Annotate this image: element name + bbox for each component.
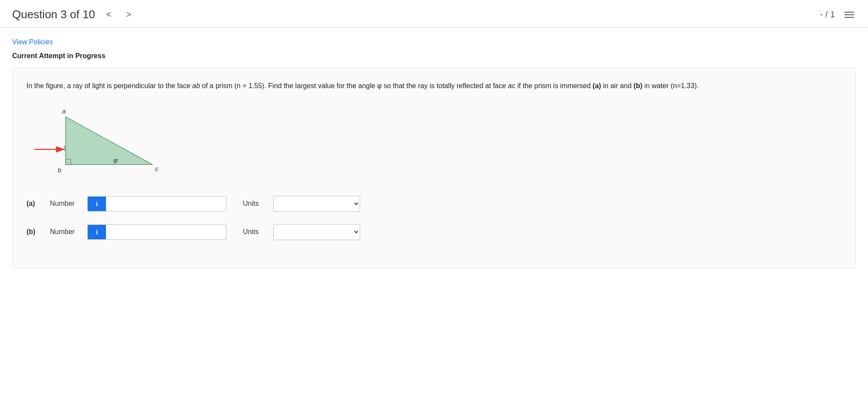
question-card: In the figure, a ray of light is perpend…: [12, 68, 856, 268]
question-text-in-water: in water (n=1.33).: [643, 82, 699, 89]
question-text-bold-b: (b): [633, 82, 642, 89]
current-attempt-label: Current Attempt in Progress: [12, 52, 856, 60]
part-a-number-input[interactable]: [106, 197, 226, 211]
question-text-so-that: so that the ray is totally reflected at …: [382, 82, 508, 89]
label-phi: φ: [113, 156, 118, 164]
header-left: Question 3 of 10 < >: [12, 8, 135, 21]
part-b-number-label: Number: [50, 228, 80, 236]
prism-svg: a b c φ: [27, 104, 183, 182]
menu-button[interactable]: [843, 10, 856, 20]
part-a-info-button[interactable]: i: [88, 197, 106, 211]
question-text: In the figure, a ray of light is perpend…: [27, 80, 841, 92]
label-b: b: [58, 166, 61, 174]
answer-row-b: (b) Number i Units degrees radians: [27, 224, 841, 240]
prism-shape: [66, 117, 152, 165]
question-text-ab: ab: [192, 82, 200, 89]
view-policies-link[interactable]: View Policies: [12, 38, 53, 46]
menu-line-1: [845, 12, 854, 13]
label-c: c: [155, 165, 159, 172]
content-area: View Policies Current Attempt in Progres…: [0, 28, 868, 286]
question-text-of-prism: of a prism (n = 1.55). Find the largest …: [200, 82, 377, 89]
question-text-in-air: in air and: [601, 82, 634, 89]
part-b-info-button[interactable]: i: [88, 225, 106, 239]
question-text-if-immersed: if the prism is immersed: [515, 82, 593, 89]
part-a-label: (a): [27, 200, 42, 208]
answer-row-a: (a) Number i Units degrees radians: [27, 196, 841, 212]
part-b-units-select[interactable]: degrees radians: [273, 224, 360, 240]
question-title: Question 3 of 10: [12, 8, 95, 21]
header: Question 3 of 10 < > - / 1: [0, 0, 868, 28]
part-b-label: (b): [27, 228, 42, 236]
header-right: - / 1: [820, 10, 856, 20]
next-button[interactable]: >: [123, 8, 135, 21]
part-a-input-group: i: [87, 196, 226, 211]
menu-line-3: [845, 17, 854, 18]
prev-button[interactable]: <: [103, 8, 115, 21]
page-indicator: - / 1: [820, 10, 835, 20]
part-a-number-label: Number: [50, 200, 80, 208]
part-a-units-select[interactable]: degrees radians: [273, 196, 360, 212]
part-b-input-group: i: [87, 224, 226, 240]
question-text-phi: φ: [377, 82, 381, 89]
question-text-main: In the figure, a ray of light is perpend…: [27, 82, 192, 89]
part-b-units-label: Units: [243, 228, 265, 236]
label-a: a: [62, 107, 66, 115]
part-b-number-input[interactable]: [106, 225, 226, 239]
prism-figure: a b c φ: [27, 104, 183, 182]
part-a-units-label: Units: [243, 200, 265, 208]
question-text-ac: ac: [508, 82, 515, 89]
menu-line-2: [845, 14, 854, 15]
question-text-bold-a: (a): [593, 82, 601, 89]
